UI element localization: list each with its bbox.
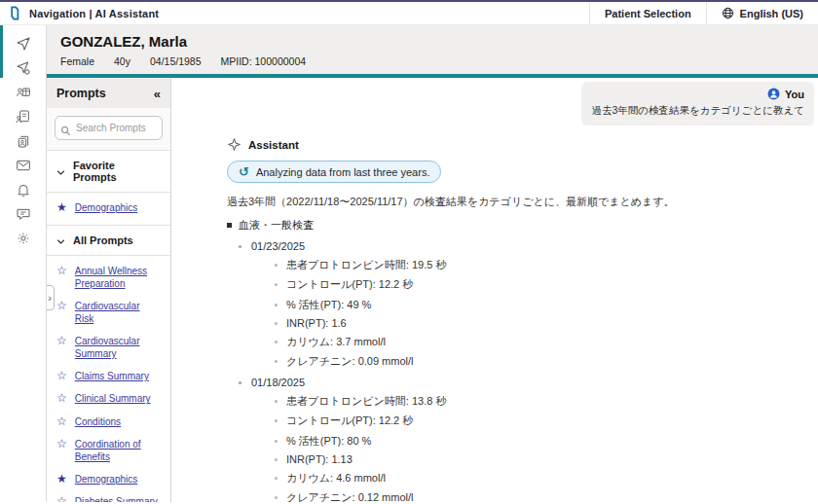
patient-documents-icon <box>16 109 31 125</box>
lab-result-row: カリウム: 3.7 mmol/l <box>275 335 814 349</box>
globe-icon <box>722 7 734 19</box>
lab-result-text: INR(PT): 1.6 <box>286 317 347 329</box>
assistant-message: Assistant ↺ Analyzing data from last thr… <box>227 137 814 502</box>
star-outline-icon[interactable]: ☆ <box>56 415 67 428</box>
user-message-text: 過去3年間の検査結果をカテゴリごとに教えて <box>591 104 804 118</box>
lab-result-row: INR(PT): 1.6 <box>275 317 814 329</box>
star-outline-icon[interactable]: ☆ <box>56 300 67 312</box>
prompt-item[interactable]: ☆Diabetes Summary <box>47 490 170 502</box>
star-outline-icon[interactable]: ☆ <box>56 265 67 277</box>
lab-entry-date: 01/18/2025 <box>239 377 814 388</box>
patient-name: GONZALEZ, Marla <box>60 33 804 50</box>
sidebar-item-conversations[interactable] <box>0 201 46 226</box>
send-settings-icon <box>16 60 31 76</box>
prompt-link[interactable]: Demographics <box>75 473 137 486</box>
lab-entry-date-text: 01/23/2025 <box>251 240 305 252</box>
prompt-item[interactable]: ☆Coordination of Benefits <box>47 433 170 468</box>
prompt-link[interactable]: Clinical Summary <box>75 392 151 405</box>
sidebar-item-patient-chart[interactable] <box>0 80 46 104</box>
bullet-icon <box>275 283 278 286</box>
lab-result-row: 患者プロトロンビン時間: 19.5 秒 <box>275 258 814 272</box>
lab-result-row: INR(PT): 1.13 <box>275 453 814 465</box>
lab-result-row: コントロール(PT): 12.2 秒 <box>275 277 814 292</box>
prompt-item[interactable]: ★Demographics <box>47 197 170 219</box>
lab-result-row: クレアチニン: 0.12 mmol/l <box>275 490 814 502</box>
bullet-icon <box>275 322 278 325</box>
patient-selection-label: Patient Selection <box>605 8 691 19</box>
language-button[interactable]: English (US) <box>706 2 818 24</box>
bullet-icon <box>275 458 278 461</box>
prompt-link[interactable]: Annual Wellness Preparation <box>75 265 161 290</box>
bullet-icon <box>275 496 278 499</box>
lab-category-heading: 血液・一般検査 <box>227 218 814 233</box>
prompts-panel-title: Prompts <box>56 87 106 100</box>
gear-icon <box>16 231 31 246</box>
bullet-icon <box>275 477 278 480</box>
lab-result-text: INR(PT): 1.13 <box>286 453 353 465</box>
prompt-item[interactable]: ☆Clinical Summary <box>47 387 170 410</box>
prompt-link[interactable]: Claims Summary <box>75 370 149 382</box>
prompt-item[interactable]: ☆Annual Wellness Preparation <box>47 260 170 295</box>
bullet-icon <box>239 245 242 248</box>
prompt-item[interactable]: ☆Conditions <box>47 411 170 433</box>
topbar-actions: Patient Selection English (US) <box>589 2 818 24</box>
lab-result-text: クレアチニン: 0.12 mmol/l <box>286 490 414 502</box>
lab-entry-items: 患者プロトロンビン時間: 19.5 秒コントロール(PT): 12.2 秒% 活… <box>275 258 814 370</box>
bullet-icon <box>275 360 278 363</box>
patient-mpiid: MPIID: 100000004 <box>221 55 307 67</box>
sidebar-item-contacts[interactable] <box>0 128 46 153</box>
star-filled-icon[interactable]: ★ <box>56 473 67 486</box>
prompts-panel-header: Prompts « <box>47 78 170 108</box>
prompt-item[interactable]: ★Demographics <box>47 468 170 490</box>
lab-result-row: カリウム: 4.6 mmol/l <box>275 471 814 486</box>
assistant-message-header: Assistant <box>227 137 814 152</box>
lab-entry-items: 患者プロトロンビン時間: 13.8 秒コントロール(PT): 12.2 秒% 活… <box>275 394 814 503</box>
app-title: Navigation | AI Assistant <box>29 8 159 19</box>
star-filled-icon[interactable]: ★ <box>56 201 67 214</box>
lab-result-text: カリウム: 4.6 mmol/l <box>286 471 386 486</box>
collapse-panel-button[interactable]: « <box>154 88 161 100</box>
bullet-icon <box>275 341 278 343</box>
prompt-link[interactable]: Conditions <box>75 415 121 428</box>
prompt-item[interactable]: ☆Claims Summary <box>47 365 170 387</box>
app-logo-icon <box>10 6 20 20</box>
sidebar-item-notifications[interactable] <box>0 177 46 201</box>
sidebar-item-patient-documents[interactable] <box>0 104 46 128</box>
prompt-link[interactable]: Diabetes Summary <box>75 495 158 502</box>
star-outline-icon[interactable]: ☆ <box>56 335 67 347</box>
prompt-link[interactable]: Cardiovascular Risk <box>75 300 161 325</box>
lab-result-text: 患者プロトロンビン時間: 19.5 秒 <box>286 258 446 272</box>
star-outline-icon[interactable]: ☆ <box>56 392 67 405</box>
patient-age: 40y <box>114 55 130 67</box>
assistant-sender-label: Assistant <box>248 139 299 151</box>
prompts-panel: Prompts « Favorite Prompts ★Demographics <box>47 78 171 502</box>
all-prompts-list: ☆Annual Wellness Preparation☆Cardiovascu… <box>47 256 170 502</box>
send-icon <box>16 36 31 52</box>
prompt-link[interactable]: Coordination of Benefits <box>75 438 161 463</box>
sidebar-item-navigation-settings[interactable] <box>0 55 46 80</box>
prompt-link[interactable]: Demographics <box>75 201 137 214</box>
analysis-status-chip: ↺ Analyzing data from last three years. <box>227 161 441 183</box>
star-outline-icon[interactable]: ☆ <box>56 438 67 450</box>
prompt-item[interactable]: ☆Cardiovascular Summary <box>47 330 170 365</box>
sidebar-item-navigation[interactable] <box>0 31 46 55</box>
prompt-link[interactable]: Cardiovascular Summary <box>75 335 161 360</box>
all-prompts-section-toggle[interactable]: All Prompts <box>47 225 170 256</box>
user-message: You 過去3年間の検査結果をカテゴリごとに教えて <box>581 82 814 126</box>
patient-selection-button[interactable]: Patient Selection <box>589 2 706 24</box>
assistant-intro-text: 過去3年間（2022/11/18〜2025/11/17）の検査結果をカテゴリごと… <box>227 195 814 209</box>
chevron-down-icon <box>56 236 65 245</box>
star-outline-icon[interactable]: ☆ <box>56 370 67 382</box>
sidebar-item-settings[interactable] <box>0 226 46 250</box>
lab-result-row: コントロール(PT): 12.2 秒 <box>275 414 814 428</box>
star-outline-icon[interactable]: ☆ <box>56 495 67 502</box>
all-prompts-label: All Prompts <box>73 234 133 246</box>
favorite-prompts-label: Favorite Prompts <box>73 160 161 183</box>
favorite-prompts-section-toggle[interactable]: Favorite Prompts <box>47 150 170 193</box>
prompt-item[interactable]: ☆Cardiovascular Risk <box>47 295 170 330</box>
history-icon: ↺ <box>239 165 249 178</box>
patient-dob: 04/15/1985 <box>150 55 202 67</box>
patient-demographics: Female 40y 04/15/1985 MPIID: 100000004 <box>60 55 804 67</box>
sidebar-item-messages[interactable] <box>0 153 46 177</box>
expand-panel-tab[interactable]: › <box>47 285 55 310</box>
